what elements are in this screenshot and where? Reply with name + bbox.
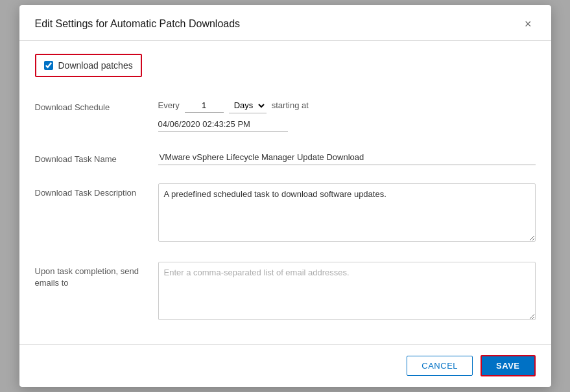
task-name-label: Download Task Name bbox=[35, 150, 158, 165]
form-section: Download Schedule Every Days starting at… bbox=[35, 89, 536, 331]
modal-title: Edit Settings for Automatic Patch Downlo… bbox=[35, 18, 241, 30]
modal-body: Download patches Download Schedule Every… bbox=[19, 41, 551, 344]
save-button[interactable]: SAVE bbox=[481, 355, 535, 376]
email-textarea[interactable] bbox=[158, 262, 536, 320]
task-name-input[interactable] bbox=[158, 150, 536, 165]
task-name-row: Download Task Name bbox=[35, 141, 536, 174]
download-patches-label: Download patches bbox=[58, 60, 133, 71]
email-control bbox=[158, 262, 536, 322]
task-description-textarea[interactable]: A predefined scheduled task to download … bbox=[158, 183, 536, 242]
task-description-row: Download Task Description A predefined s… bbox=[35, 174, 536, 253]
datetime-value: 04/06/2020 02:43:25 PM bbox=[158, 117, 288, 132]
email-label: Upon task completion, send emails to bbox=[35, 262, 158, 289]
close-button[interactable]: × bbox=[521, 17, 536, 31]
download-patches-section: Download patches bbox=[35, 54, 536, 77]
interval-input[interactable] bbox=[185, 98, 224, 113]
task-name-control bbox=[158, 150, 536, 165]
modal-dialog: Edit Settings for Automatic Patch Downlo… bbox=[19, 5, 551, 387]
schedule-control: Every Days starting at 04/06/2020 02:43:… bbox=[158, 98, 536, 132]
download-patches-checkbox[interactable] bbox=[44, 61, 53, 70]
modal-overlay: Edit Settings for Automatic Patch Downlo… bbox=[0, 0, 570, 392]
starting-at-label: starting at bbox=[272, 100, 309, 110]
download-patches-checkbox-wrapper[interactable]: Download patches bbox=[35, 54, 142, 77]
schedule-row: Download Schedule Every Days starting at… bbox=[35, 89, 536, 141]
unit-select[interactable]: Days bbox=[229, 98, 267, 113]
schedule-label: Download Schedule bbox=[35, 98, 158, 113]
task-description-control: A predefined scheduled task to download … bbox=[158, 183, 536, 244]
cancel-button[interactable]: CANCEL bbox=[407, 356, 473, 376]
email-row: Upon task completion, send emails to bbox=[35, 253, 536, 331]
task-description-label: Download Task Description bbox=[35, 183, 158, 199]
modal-header: Edit Settings for Automatic Patch Downlo… bbox=[19, 5, 551, 41]
every-label: Every bbox=[158, 100, 180, 110]
modal-footer: CANCEL SAVE bbox=[19, 344, 551, 387]
schedule-inline: Every Days starting at bbox=[158, 98, 536, 113]
